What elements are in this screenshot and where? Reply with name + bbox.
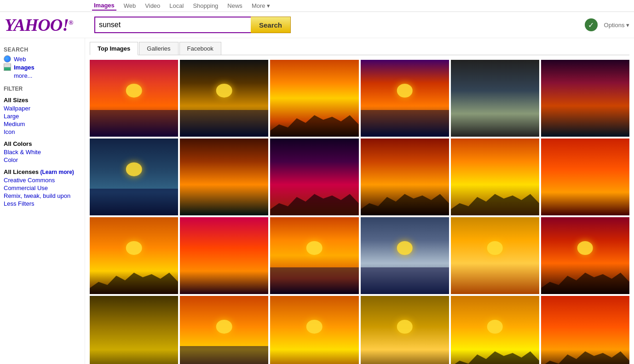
image-cell-16[interactable] [361,217,449,294]
sidebar-more-link[interactable]: more... [4,72,81,79]
image-cell-20[interactable] [180,296,268,364]
tab-top-images[interactable]: Top Images [90,42,138,55]
image-cell-9[interactable] [270,139,358,215]
image-cell-22[interactable] [361,296,449,364]
image-cell-19[interactable] [90,296,178,364]
all-colors-title: All Colors [4,140,81,147]
nav-more[interactable]: More ▾ [250,1,272,10]
filter-commercial-use[interactable]: Commercial Use [4,184,81,192]
header: YAHOO!® sunset Search ✓ Options ▾ [0,12,634,38]
image-cell-8[interactable] [180,139,268,215]
nav-shopping[interactable]: Shopping [191,1,220,10]
image-grid [90,60,629,364]
tabs-bar: Top Images Galleries Facebook [90,42,629,55]
sidebar: SEARCH Web Images more... FILTER All Siz… [0,38,85,364]
image-cell-4[interactable] [361,60,449,137]
filter-color[interactable]: Color [4,156,81,164]
image-cell-13[interactable] [90,217,178,294]
search-form: sunset Search [94,17,577,33]
filter-less[interactable]: Less Filters [4,200,81,208]
globe-icon [4,55,11,63]
image-cell-14[interactable] [180,217,268,294]
image-cell-24[interactable] [541,296,629,364]
image-cell-17[interactable] [451,217,539,294]
image-cell-3[interactable] [270,60,358,137]
shield-icon[interactable]: ✓ [585,18,598,31]
top-nav: Images Web Video Local Shopping News Mor… [0,0,634,12]
image-cell-10[interactable] [361,139,449,215]
filter-creative-commons[interactable]: Creative Commons [4,176,81,184]
filter-bw[interactable]: Black & White [4,148,81,156]
image-cell-11[interactable] [451,139,539,215]
sidebar-item-web[interactable]: Web [4,55,81,63]
filter-icon[interactable]: Icon [4,128,81,136]
options-link[interactable]: Options ▾ [604,22,629,29]
image-cell-12[interactable] [541,139,629,215]
yahoo-logo[interactable]: YAHOO!® [5,15,90,35]
main-layout: SEARCH Web Images more... FILTER All Siz… [0,38,634,364]
tab-facebook[interactable]: Facebook [179,42,221,55]
filter-large[interactable]: Large [4,112,81,120]
image-cell-5[interactable] [451,60,539,137]
filter-wallpaper[interactable]: Wallpaper [4,104,81,112]
nav-news[interactable]: News [225,1,244,10]
filter-medium[interactable]: Medium [4,120,81,128]
content-area: Top Images Galleries Facebook [85,38,634,364]
image-cell-2[interactable] [180,60,268,137]
search-input[interactable]: sunset [94,17,251,33]
search-button[interactable]: Search [251,17,291,33]
image-cell-23[interactable] [451,296,539,364]
image-cell-15[interactable] [270,217,358,294]
learn-more-link[interactable]: (Learn more) [40,169,74,175]
tab-galleries[interactable]: Galleries [139,42,178,55]
nav-local[interactable]: Local [167,1,185,10]
image-icon [4,64,11,71]
sidebar-item-images[interactable]: Images [4,63,81,71]
image-cell-21[interactable] [270,296,358,364]
image-cell-7[interactable] [90,139,178,215]
all-licenses-title: All Licenses (Learn more) [4,168,81,175]
nav-video[interactable]: Video [143,1,162,10]
image-cell-6[interactable] [541,60,629,137]
nav-images[interactable]: Images [92,1,116,11]
image-cell-1[interactable] [90,60,178,137]
search-section-label: SEARCH [4,46,81,53]
image-cell-18[interactable] [541,217,629,294]
nav-web[interactable]: Web [122,1,138,10]
all-sizes-title: All Sizes [4,97,81,104]
filter-section-label: FILTER [4,86,81,92]
filter-remix[interactable]: Remix, tweak, build upon [4,192,81,200]
